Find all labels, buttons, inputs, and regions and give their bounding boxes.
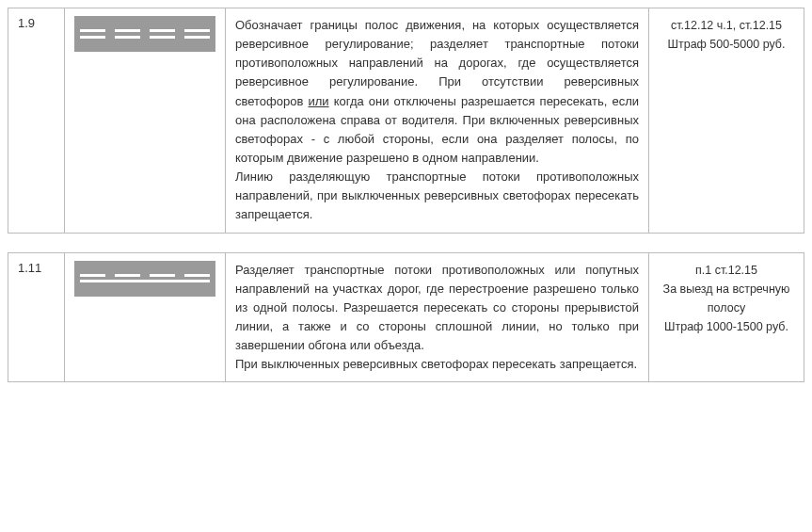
marking-table-2: 1.11 Разделяет транспортные потоки проти… [8,252,804,383]
marking-graphic-cell [65,8,226,234]
penalty-text: ст.12.12 ч.1, ст.12.15Штраф 500-5000 руб… [659,16,794,54]
marking-description: Обозначает границы полос движения, на ко… [235,16,639,225]
table-row: 1.9 Обозначает границы полос движения, н… [8,8,804,234]
penalty-text: п.1 ст.12.15За выезд на встречную полосу… [659,261,794,336]
marking-number: 1.11 [8,252,65,382]
penalty-cell: ст.12.12 ч.1, ст.12.15Штраф 500-5000 руб… [649,8,804,234]
road-marking-double-dashed-icon [74,16,215,52]
penalty-cell: п.1 ст.12.15За выезд на встречную полосу… [649,252,804,382]
road-marking-dash-solid-icon [74,261,215,297]
marking-description-cell: Обозначает границы полос движения, на ко… [226,8,649,234]
table-row: 1.11 Разделяет транспортные потоки проти… [8,252,804,382]
marking-graphic-cell [65,252,226,382]
marking-description: Разделяет транспортные потоки противопол… [235,261,639,375]
marking-table-1: 1.9 Обозначает границы полос движения, н… [8,8,804,234]
marking-number: 1.9 [8,8,65,234]
marking-description-cell: Разделяет транспортные потоки противопол… [226,252,649,382]
